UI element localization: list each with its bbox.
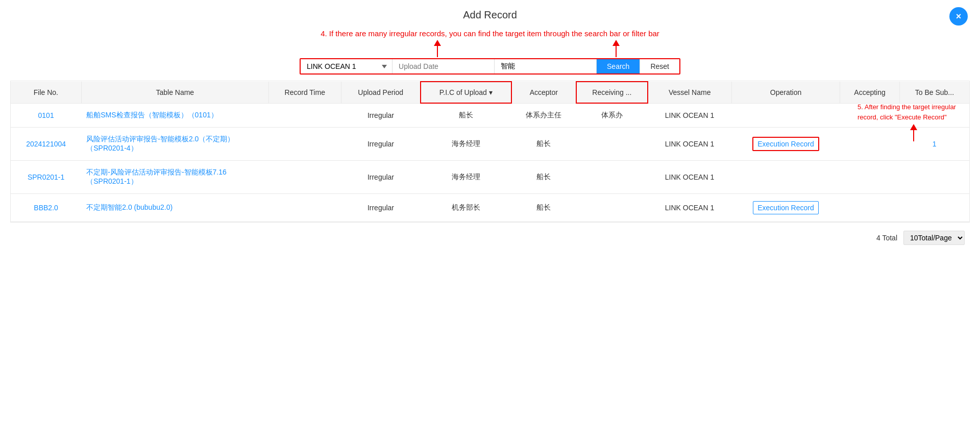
- cell-receiving: [576, 128, 648, 161]
- reset-button[interactable]: Reset: [640, 59, 679, 73]
- total-label: 4 Total: [876, 234, 897, 242]
- cell-to-be-sub: [899, 194, 969, 222]
- file-no-link[interactable]: SPR0201-1: [28, 173, 64, 181]
- col-record-time: Record Time: [268, 82, 341, 103]
- cell-pic-upload: 海务经理: [421, 161, 511, 194]
- cell-accepting: [840, 194, 899, 222]
- file-no-link[interactable]: 0101: [38, 111, 54, 119]
- cell-upload-period: Irregular: [341, 103, 421, 128]
- col-vessel-name: Vessel Name: [648, 82, 732, 103]
- cell-file-no[interactable]: 2024121004: [11, 128, 81, 161]
- cell-vessel-name: LINK OCEAN 1: [648, 161, 732, 194]
- table-row: BBB2.0不定期智能2.0 (bububu2.0)Irregular机务部长船…: [11, 194, 969, 222]
- filter-wrapper: LINK OCEAN 1 LINK OCEAN 2 Search Reset: [300, 58, 680, 75]
- cell-file-no[interactable]: SPR0201-1: [11, 161, 81, 194]
- table-name-link[interactable]: 风险评估活动评审报告-智能模板2.0（不定期）（SPR0201-4）: [86, 135, 234, 152]
- arrows-row: [0, 40, 980, 56]
- cell-table-name[interactable]: 风险评估活动评审报告-智能模板2.0（不定期）（SPR0201-4）: [81, 128, 268, 161]
- cell-vessel-name: LINK OCEAN 1: [648, 103, 732, 128]
- cell-record-time: [268, 161, 341, 194]
- cell-operation[interactable]: Execution Record: [731, 128, 840, 161]
- close-icon: ×: [956, 11, 962, 22]
- cell-receiving: [576, 194, 648, 222]
- cell-accepting: [840, 161, 899, 194]
- col-operation: Operation: [731, 82, 840, 103]
- arrow-left: [434, 40, 441, 57]
- table-name-link[interactable]: 不定期智能2.0 (bububu2.0): [86, 203, 173, 211]
- cell-pic-upload: 机务部长: [421, 194, 511, 222]
- table-row: 2024121004风险评估活动评审报告-智能模板2.0（不定期）（SPR020…: [11, 128, 969, 161]
- table-header-row: File No. Table Name Record Time Upload P…: [11, 82, 969, 103]
- col-file-no: File No.: [11, 82, 81, 103]
- col-table-name: Table Name: [81, 82, 268, 103]
- records-table: File No. Table Name Record Time Upload P…: [11, 81, 969, 222]
- table-body: 0101船舶SMS检查报告（智能模板）（0101）Irregular船长体系办主…: [11, 103, 969, 222]
- cell-vessel-name: LINK OCEAN 1: [648, 128, 732, 161]
- cell-acceptor: 船长: [511, 161, 576, 194]
- cell-record-time: [268, 103, 341, 128]
- col-receiving: Receiving ...: [576, 82, 648, 103]
- cell-table-name[interactable]: 不定期-风险评估活动评审报告-智能模板7.16（SPR0201-1）: [81, 161, 268, 194]
- file-no-link[interactable]: 2024121004: [26, 140, 66, 148]
- pagination-bar: 4 Total 10Total/Page 20Total/Page 50Tota…: [0, 223, 980, 253]
- execution-record-button[interactable]: Execution Record: [752, 137, 819, 151]
- date-filter-input[interactable]: [393, 59, 495, 73]
- cell-receiving: [576, 161, 648, 194]
- cell-upload-period: Irregular: [341, 161, 421, 194]
- cell-operation[interactable]: Execution Record: [731, 194, 840, 222]
- cell-pic-upload: 船长: [421, 103, 511, 128]
- close-button[interactable]: ×: [949, 7, 968, 26]
- cell-table-name[interactable]: 不定期智能2.0 (bububu2.0): [81, 194, 268, 222]
- modal-title: Add Record: [463, 9, 517, 20]
- cell-operation: [731, 161, 840, 194]
- cell-to-be-sub: [899, 161, 969, 194]
- table-name-link[interactable]: 船舶SMS检查报告（智能模板）（0101）: [86, 111, 217, 119]
- cell-file-no[interactable]: 0101: [11, 103, 81, 128]
- cell-acceptor: 船长: [511, 128, 576, 161]
- cell-pic-upload: 海务经理: [421, 128, 511, 161]
- vessel-select[interactable]: LINK OCEAN 1 LINK OCEAN 2: [301, 59, 393, 73]
- cell-acceptor: 体系办主任: [511, 103, 576, 128]
- cell-acceptor: 船长: [511, 194, 576, 222]
- records-table-container: File No. Table Name Record Time Upload P…: [10, 81, 970, 223]
- step5-annotation: 5. After finding the target irregular re…: [857, 102, 970, 141]
- cell-vessel-name: LINK OCEAN 1: [648, 194, 732, 222]
- col-accepting: Accepting: [840, 82, 899, 103]
- arrow-right: [612, 40, 620, 57]
- step5-arrow: [857, 124, 970, 141]
- cell-operation: [731, 103, 840, 128]
- file-no-link[interactable]: BBB2.0: [34, 204, 58, 212]
- col-pic-upload: P.I.C of Upload ▾: [421, 82, 511, 103]
- page-size-select[interactable]: 10Total/Page 20Total/Page 50Total/Page: [903, 231, 965, 245]
- col-to-be-sub: To Be Sub...: [899, 82, 969, 103]
- step4-instruction: 4. If there are many irregular records, …: [0, 29, 980, 38]
- cell-record-time: [268, 194, 341, 222]
- modal-header: Add Record ×: [0, 0, 980, 25]
- cell-upload-period: Irregular: [341, 128, 421, 161]
- search-keyword-input[interactable]: [495, 59, 597, 73]
- col-acceptor: Acceptor: [511, 82, 576, 103]
- cell-record-time: [268, 128, 341, 161]
- search-button[interactable]: Search: [597, 59, 640, 73]
- filter-bar: LINK OCEAN 1 LINK OCEAN 2 Search Reset: [0, 58, 980, 75]
- table-row: 0101船舶SMS检查报告（智能模板）（0101）Irregular船长体系办主…: [11, 103, 969, 128]
- table-name-link[interactable]: 不定期-风险评估活动评审报告-智能模板7.16（SPR0201-1）: [86, 168, 227, 185]
- cell-upload-period: Irregular: [341, 194, 421, 222]
- cell-receiving: 体系办: [576, 103, 648, 128]
- table-row: SPR0201-1不定期-风险评估活动评审报告-智能模板7.16（SPR0201…: [11, 161, 969, 194]
- cell-file-no[interactable]: BBB2.0: [11, 194, 81, 222]
- col-upload-period: Upload Period: [341, 82, 421, 103]
- cell-table-name[interactable]: 船舶SMS检查报告（智能模板）（0101）: [81, 103, 268, 128]
- execution-record-button[interactable]: Execution Record: [753, 201, 819, 214]
